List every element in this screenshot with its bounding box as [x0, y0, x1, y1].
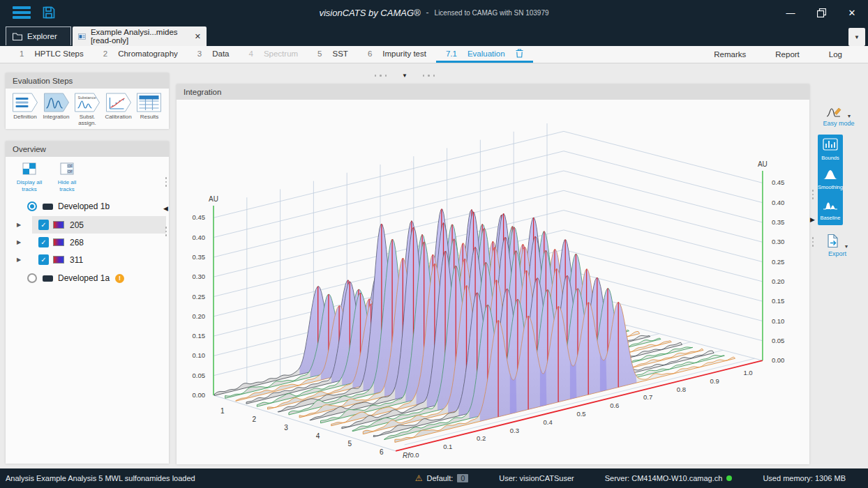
baseline-icon	[823, 199, 838, 213]
svg-text:0.30: 0.30	[193, 273, 206, 280]
nav-item-log[interactable]: Log	[814, 50, 857, 59]
hide-all-tracks-button[interactable]: OFOFHide all tracks	[52, 162, 82, 192]
svg-text:6: 6	[380, 448, 384, 456]
evaluation-steps-panel: Evaluation Steps DefinitionIntegrationSu…	[6, 73, 169, 129]
svg-text:4: 4	[316, 432, 320, 440]
plate-icon	[43, 275, 53, 282]
license-text: Licensed to CAMAG with SN 103979	[435, 9, 549, 17]
tab-explorer-label: Explorer	[27, 32, 57, 40]
title-bar: visionCATS by CAMAG® - Licensed to CAMAG…	[0, 0, 868, 25]
nav-item-remarks[interactable]: Remarks	[699, 50, 761, 59]
track-group-developed-1b[interactable]: Developed 1b	[6, 197, 169, 216]
save-icon[interactable]	[42, 6, 56, 20]
expand-arrow-icon[interactable]: ▶	[17, 239, 21, 245]
nav-step-hptlc-steps[interactable]: 1HPTLC Steps	[10, 46, 93, 63]
left-splitter-handle[interactable]	[165, 177, 167, 187]
document-tab-icon	[78, 33, 86, 40]
svg-text:0.35: 0.35	[193, 253, 206, 261]
top-collapse-icon[interactable]: ▼	[402, 73, 407, 79]
checkbox-311[interactable]: ✓	[38, 254, 49, 265]
tab-close-icon[interactable]: ✕	[195, 32, 201, 41]
nav-step-chromatography[interactable]: 2Chromatography	[93, 46, 188, 63]
bounds-icon	[823, 138, 838, 153]
integration-panel: Integration 0.000.050.100.150.200.250.30…	[177, 84, 809, 464]
svg-text:0.5: 0.5	[576, 410, 585, 418]
radio-developed-1b[interactable]	[27, 201, 37, 211]
svg-text:Rf: Rf	[403, 452, 410, 459]
wavelength-swatch	[53, 256, 64, 264]
wavelength-swatch	[53, 221, 64, 229]
trash-icon[interactable]	[516, 49, 523, 58]
tab-explorer[interactable]: Explorer	[6, 26, 71, 45]
plate-icon	[43, 204, 53, 210]
calibration-step-icon	[105, 93, 132, 112]
baseline-button[interactable]: Baseline	[818, 195, 843, 225]
svg-text:0.00: 0.00	[193, 391, 206, 399]
easy-mode-icon	[826, 105, 843, 119]
checkbox-205[interactable]: ✓	[38, 220, 49, 230]
wavelength-row-311[interactable]: ▶✓311	[6, 251, 169, 268]
svg-text:0.4: 0.4	[544, 418, 553, 426]
chevron-down-icon: ▼	[847, 114, 852, 119]
eval-step-definition[interactable]: Definition	[10, 93, 40, 126]
overview-panel: Overview Display all tracksOFOFHide all …	[6, 142, 169, 464]
svg-text:0.0: 0.0	[410, 451, 419, 459]
nav-step-sst[interactable]: 5SST	[308, 46, 358, 63]
svg-text:0.9: 0.9	[710, 377, 719, 385]
checkbox-268[interactable]: ✓	[38, 237, 49, 247]
eval-step-subst-assign-[interactable]: SubstanceSubst. assign.	[72, 93, 103, 126]
svg-text:0.20: 0.20	[193, 312, 206, 320]
tab-document[interactable]: Example Analysi...mides [read-only] ✕	[73, 26, 207, 46]
warning-badge-icon: !	[115, 274, 124, 283]
restore-button[interactable]	[811, 3, 832, 22]
svg-text:0.40: 0.40	[772, 199, 785, 206]
svg-text:0.10: 0.10	[772, 317, 785, 325]
expand-arrow-icon[interactable]: ▶	[17, 222, 21, 228]
nav-step-data[interactable]: 3Data	[188, 46, 239, 63]
close-button[interactable]: ✕	[841, 3, 862, 22]
eval-step-results[interactable]: Results	[134, 93, 165, 126]
status-default: ⚠ Default: 0	[400, 473, 484, 483]
workflow-nav-bar: 1HPTLC Steps2Chromatography3Data4Spectru…	[0, 46, 868, 63]
default-count-badge: 0	[457, 474, 468, 482]
row-highlight	[32, 216, 166, 234]
overview-title: Overview	[6, 142, 169, 157]
eval-step-integration[interactable]: Integration	[41, 93, 72, 126]
radio-developed-1a[interactable]	[27, 273, 37, 283]
svg-text:2: 2	[253, 415, 257, 423]
right-toolbar: ▼ Easy mode BoundsSmoothingBaseline ▼ Ex…	[809, 63, 868, 468]
left-splitter-handle[interactable]	[165, 227, 167, 236]
wavelength-row-205[interactable]: ▶✓205	[6, 216, 169, 234]
smoothing-button[interactable]: Smoothing	[818, 165, 843, 195]
svg-text:0.05: 0.05	[772, 337, 785, 344]
app-window: visionCATS by CAMAG® - Licensed to CAMAG…	[0, 0, 868, 488]
svg-text:0.40: 0.40	[193, 234, 206, 241]
top-splitter-handle[interactable]: ▼	[0, 73, 809, 79]
svg-text:1: 1	[220, 407, 225, 415]
hamburger-menu-icon[interactable]	[13, 6, 31, 19]
svg-text:0.10: 0.10	[193, 351, 206, 359]
nav-step-spectrum[interactable]: 4Spectrum	[239, 46, 308, 63]
nav-step-impurity-test[interactable]: 6Impurity test	[358, 46, 436, 63]
app-title-main: visionCATS by CAMAG®	[319, 8, 420, 18]
display-all-tracks-button[interactable]: Display all tracks	[14, 162, 45, 192]
nav-item-report[interactable]: Report	[761, 50, 814, 59]
bounds-button[interactable]: Bounds	[818, 135, 843, 165]
wavelength-row-268[interactable]: ▶✓268	[6, 234, 169, 251]
expand-arrow-icon[interactable]: ▶	[17, 257, 21, 263]
tab-document-label: Example Analysi...mides [read-only]	[91, 28, 190, 45]
nav-step-evaluation[interactable]: 7.1Evaluation	[436, 46, 533, 63]
wavelength-swatch	[53, 238, 64, 246]
hide-all-tracks-icon: OFOF	[60, 162, 74, 178]
track-group-developed-1a[interactable]: Developed 1a!	[6, 268, 169, 288]
easy-mode-button[interactable]: ▼ Easy mode	[819, 105, 858, 128]
tab-overflow-button[interactable]: ▼	[848, 28, 865, 46]
svg-text:0.25: 0.25	[193, 293, 206, 300]
chromatogram-3d-plot[interactable]: 0.000.050.100.150.200.250.300.350.400.45…	[177, 101, 809, 464]
status-memory: Used memory: 1306 MB	[747, 474, 861, 482]
eval-step-calibration[interactable]: Calibration	[103, 93, 134, 126]
sidebar-collapse-icon[interactable]: ◀	[163, 205, 168, 212]
export-button[interactable]: ▼ Export	[818, 234, 857, 258]
svg-text:3: 3	[284, 424, 288, 432]
minimize-button[interactable]: —	[780, 3, 801, 22]
